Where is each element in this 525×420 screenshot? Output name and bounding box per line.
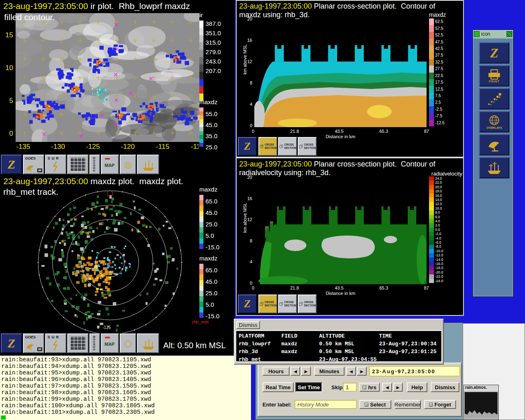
cross-section-button-2[interactable]: CROSSSECTION: [278, 294, 297, 313]
ppi-plot-title-text: maxdz plot. maxdz plot.: [88, 176, 183, 186]
cross-section-button-1[interactable]: CROSSSECTION: [258, 294, 277, 313]
forget-button[interactable]: Forget: [424, 400, 456, 409]
cube-icon: [259, 300, 264, 308]
sidebar-radar-button[interactable]: [479, 134, 509, 155]
skip-value-field[interactable]: 1: [343, 383, 357, 392]
help-button[interactable]: Help: [407, 382, 427, 392]
colorbar-entry: -24.0: [429, 279, 443, 283]
hours-forward-button[interactable]: ▶: [301, 367, 311, 376]
colorbar-segment: [199, 115, 203, 119]
colorbar-tick: -6.0: [435, 241, 441, 244]
xs-rv-timestamp: 23-aug-1997,23:05:00: [239, 160, 312, 168]
zebra-logo-button[interactable]: Z: [1, 155, 22, 174]
colorbar-swatch: [429, 245, 434, 249]
label-input-field[interactable]: History Mode: [294, 400, 357, 409]
xs-maxdz-timestamp: 23-aug-1997,23:05:00: [239, 2, 312, 10]
cross-section-button-3[interactable]: CROSSSECTION: [298, 137, 317, 156]
cross-label: CROSS: [284, 143, 296, 146]
x-tick: -110: [180, 143, 199, 152]
colorbar-tick: 42.5: [435, 47, 443, 51]
window-restore-button[interactable]: [507, 31, 512, 37]
cross-section-button-1[interactable]: CROSSSECTION: [258, 137, 277, 156]
xs-rv-contour-plot[interactable]: [254, 178, 427, 284]
skip-back-button[interactable]: ◀: [382, 383, 392, 392]
colorbar-tick: 22.5: [435, 74, 443, 78]
map-button[interactable]: MAP: [101, 333, 119, 353]
colorbar-entry: 2.5: [429, 99, 445, 106]
dismiss-button[interactable]: Dismiss: [431, 382, 459, 392]
sidebar-print-button[interactable]: PRINT: [479, 65, 509, 87]
dialog-dismiss-button[interactable]: Dismiss: [236, 321, 260, 329]
goes-ir-button[interactable]: GOES IR: [23, 333, 44, 353]
platform-row[interactable]: rhb_lowprf maxdz 0.50 km MSL 23-Aug-97,2…: [239, 340, 441, 348]
bounds-button[interactable]: BOUNDS: [89, 155, 100, 174]
hours-button[interactable]: Hours: [262, 367, 290, 376]
y-tick: 16: [247, 196, 252, 201]
bounds-button[interactable]: BOUNDS: [89, 333, 100, 353]
section-label: SECTION: [304, 304, 316, 307]
mini-graph-window[interactable]: rain.atmos.: [463, 385, 499, 420]
surface-radar-button[interactable]: SUR: [45, 155, 66, 174]
ppi-radar-display[interactable]: [11, 189, 198, 333]
range-rings-button[interactable]: ○: [120, 333, 136, 353]
colorbar-segment: [199, 21, 203, 28]
colorbar-tick: 52.5: [435, 33, 443, 37]
y-tick: 12: [247, 217, 252, 222]
colorbar-tick: -2.0: [435, 232, 441, 236]
minutes-button[interactable]: Minutes: [314, 367, 345, 376]
time-display-field[interactable]: 23-Aug-97,23:05:00: [369, 366, 460, 377]
zebra-logo-button[interactable]: Z: [1, 333, 22, 353]
sidebar-ship-button[interactable]: [479, 157, 509, 178]
sidebar-spray-button[interactable]: [479, 88, 509, 110]
colorbar-swatch: [429, 106, 434, 113]
ship-platform-button[interactable]: [137, 155, 159, 174]
list-icon: [429, 403, 433, 406]
surface-radar-button[interactable]: SUR: [45, 333, 66, 353]
window-menu-button[interactable]: [474, 31, 479, 37]
range-rings-button[interactable]: ◎: [120, 155, 136, 174]
colorbar-tick: 47.5: [435, 40, 443, 44]
minutes-back-button[interactable]: ◀: [346, 367, 356, 376]
colorbar-segment: [199, 200, 203, 205]
set-time-button[interactable]: Set Time: [295, 382, 322, 392]
platform-row[interactable]: rhb_met 23-Aug-97,23:04:55: [239, 356, 441, 363]
colorbar-entry: 20.0: [429, 185, 443, 189]
grid-button[interactable]: [67, 333, 89, 353]
remember-button[interactable]: Remember: [395, 400, 421, 409]
skip-units-toggle[interactable]: hrs: [359, 383, 380, 392]
overlays-globe-icon: [488, 115, 501, 126]
colorbar-segment: [199, 238, 203, 244]
cross-section-button-2[interactable]: CROSSSECTION: [278, 137, 297, 156]
terminal-line: rain:beaufait:94>xdump.all 970823.1205.x…: [0, 363, 251, 370]
colorbar-swatch: [429, 59, 434, 66]
skip-forward-button[interactable]: ▶: [393, 383, 403, 392]
grid-button[interactable]: [67, 155, 89, 174]
colorbar-entry: 2.0: [429, 223, 443, 227]
map-button[interactable]: MAP: [101, 155, 119, 174]
hours-back-button[interactable]: ◀: [290, 367, 300, 376]
icon-window-titlebar[interactable]: icon: [473, 30, 513, 38]
ppi-colorbar-lower-ticks: 65.045.025.05.0-15.0: [205, 265, 219, 322]
platform-row[interactable]: rhb_3d maxdz 0.50 km MSL 23-Aug-97,23:01…: [239, 348, 441, 356]
ir-satellite-image[interactable]: [16, 13, 199, 142]
cross-label: CROSS: [304, 301, 316, 304]
goes-ir-button[interactable]: GOES IR: [23, 155, 44, 174]
ship-platform-button[interactable]: [137, 333, 159, 353]
sidebar-zebra-button[interactable]: Z: [479, 42, 509, 64]
colorbar-swatch: [429, 113, 434, 119]
cell-altitude: 0.50 km MSL: [319, 340, 379, 348]
zebra-z-glyph: Z: [244, 140, 251, 153]
colorbar-swatch: [429, 194, 434, 198]
real-time-button[interactable]: Real Time: [262, 382, 294, 392]
select-button[interactable]: Select: [359, 400, 391, 409]
cross-section-button-3[interactable]: CROSSSECTION: [298, 294, 317, 313]
xs-maxdz-contour-plot[interactable]: [254, 20, 427, 127]
xterm-window[interactable]: rain:beaufait:93>xdump.all 970823.1105.x…: [0, 356, 251, 420]
zebra-logo-button[interactable]: Z: [238, 294, 257, 313]
zebra-logo-button[interactable]: Z: [238, 137, 257, 156]
xs-maxdz-x-ticks: 021.843.565.387: [252, 129, 429, 134]
colorbar-swatch: [429, 93, 434, 99]
colorbar-segment: [199, 195, 203, 200]
sidebar-overlays-button[interactable]: OVERLAYS: [479, 111, 509, 132]
minutes-forward-button[interactable]: ▶: [357, 367, 367, 376]
